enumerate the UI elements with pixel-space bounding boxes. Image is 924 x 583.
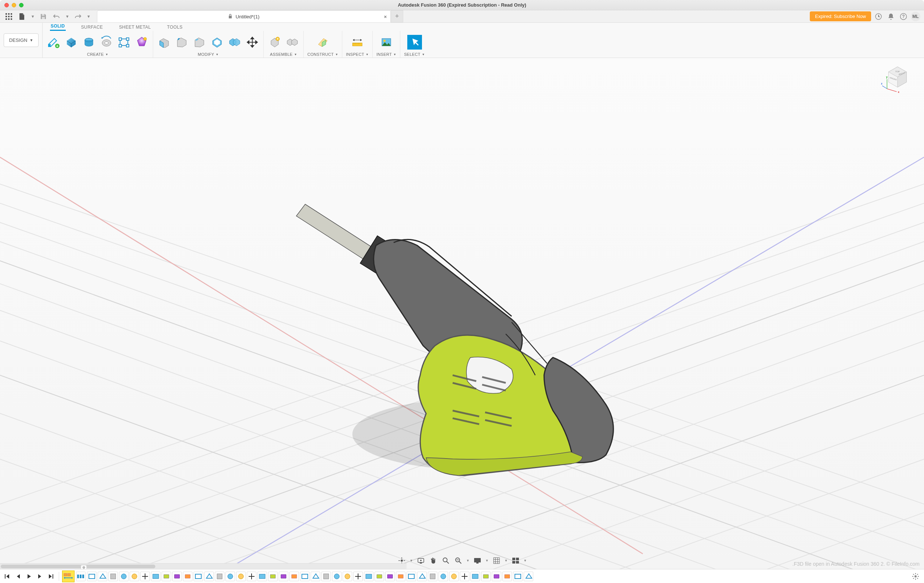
timeline-feature[interactable] [226,571,235,581]
move-button[interactable] [245,35,260,49]
timeline-feature[interactable] [417,571,427,581]
chevron-down-icon[interactable]: ▼ [504,556,508,565]
subscribe-button[interactable]: Expired: Subscribe Now [810,12,871,21]
timeline-feature[interactable] [481,571,491,581]
timeline-feature[interactable] [396,571,406,581]
timeline-next-button[interactable] [35,571,45,582]
timeline-feature[interactable] [513,571,523,581]
timeline-feature[interactable] [108,571,118,581]
file-menu-caret-icon[interactable]: ▾ [30,12,35,21]
minimize-window-button[interactable] [12,3,16,7]
timeline-feature[interactable] [183,571,193,581]
viewport-layout-button[interactable] [511,556,520,565]
timeline-feature[interactable] [98,571,107,581]
construct-plane-button[interactable] [315,35,330,49]
timeline-feature[interactable] [279,571,288,581]
timeline-feature[interactable] [257,571,267,581]
sweep-button[interactable] [117,35,132,49]
timeline-feature[interactable] [247,571,256,581]
timeline-feature[interactable] [364,571,373,581]
timeline-view-toggle[interactable] [62,570,74,582]
timeline-feature[interactable] [332,571,342,581]
display-settings-button[interactable] [473,556,482,565]
timeline-feature[interactable] [406,571,416,581]
joint-button[interactable] [285,35,300,49]
timeline-feature[interactable] [449,571,459,581]
redo-button[interactable] [73,12,83,21]
timeline-play-button[interactable] [24,571,34,582]
timeline-feature[interactable] [343,571,352,581]
model-reciprocating-saw[interactable] [249,181,656,487]
timeline-feature[interactable] [140,571,150,581]
timeline-feature[interactable] [439,571,448,581]
loft-button[interactable] [134,35,149,49]
viewport[interactable]: TOP FRONT RIGHT x z y ▼ ▼ ▼ ▼ ▼ .F3D fil… [0,58,924,569]
timeline-feature[interactable] [492,571,501,581]
timeline-start-button[interactable] [2,571,12,582]
chevron-down-icon[interactable]: ▼ [216,53,218,56]
timeline-feature[interactable] [130,571,139,581]
pan-button[interactable] [429,556,438,565]
insert-decal-button[interactable] [379,35,394,49]
timeline-feature[interactable] [353,571,363,581]
chevron-down-icon[interactable]: ▼ [466,556,470,565]
chevron-down-icon[interactable]: ▼ [294,53,297,56]
undo-button[interactable] [51,12,62,21]
grid-settings-button[interactable] [492,556,501,565]
press-pull-button[interactable] [157,35,172,49]
app-grid-button[interactable] [4,12,14,21]
timeline-feature[interactable] [428,571,437,581]
measure-button[interactable] [350,35,365,49]
chevron-down-icon[interactable]: ▼ [393,53,396,56]
maximize-window-button[interactable] [19,3,23,7]
sub-tab-solid[interactable]: SOLID [50,23,66,31]
timeline-feature[interactable] [268,571,278,581]
chevron-down-icon[interactable]: ▼ [106,53,108,56]
new-component-button[interactable] [267,35,282,49]
zoom-button[interactable] [441,556,450,565]
timeline-feature[interactable] [87,571,97,581]
timeline-feature[interactable] [289,571,299,581]
timeline-settings-button[interactable] [910,571,921,582]
timeline-feature[interactable] [385,571,395,581]
canvas-scrollbar[interactable] [0,563,406,569]
close-window-button[interactable] [4,3,9,7]
sub-tab-surface[interactable]: SURFACE [81,24,104,31]
sub-tab-sheet-metal[interactable]: SHEET METAL [118,24,152,31]
look-at-button[interactable] [416,556,426,565]
chevron-down-icon[interactable]: ▼ [366,53,369,56]
timeline-feature[interactable] [470,571,480,581]
chevron-down-icon[interactable]: ▼ [409,556,413,565]
timeline-feature[interactable] [236,571,246,581]
create-form-button[interactable] [64,35,79,49]
timeline-view-flat[interactable] [76,571,86,581]
timeline-feature[interactable] [321,571,331,581]
chamfer-button[interactable] [192,35,207,49]
sub-tab-tools[interactable]: TOOLS [167,24,183,31]
file-menu-button[interactable] [17,12,27,21]
select-button[interactable] [407,35,422,49]
revolve-button[interactable] [99,35,114,49]
close-tab-button[interactable]: × [384,14,387,20]
timeline-feature[interactable] [172,571,182,581]
timeline-feature[interactable] [311,571,320,581]
timeline-feature[interactable] [502,571,512,581]
save-button[interactable] [38,12,48,21]
chevron-down-icon[interactable]: ▼ [523,556,527,565]
new-sketch-button[interactable]: + [46,35,61,49]
timeline-feature[interactable] [193,571,203,581]
timeline-prev-button[interactable] [13,571,23,582]
timeline-feature[interactable] [215,571,224,581]
document-tab-active[interactable]: Untitled*(1) × [97,10,391,22]
combine-button[interactable] [227,35,242,49]
timeline-feature[interactable] [375,571,384,581]
timeline-expand-button[interactable]: ⊕ [81,565,87,570]
viewcube[interactable]: TOP FRONT RIGHT x z y [881,62,917,95]
timeline-feature[interactable] [162,571,171,581]
extrude-button[interactable] [81,35,96,49]
fillet-button[interactable] [175,35,189,49]
help-icon[interactable]: ? [898,12,909,21]
chevron-down-icon[interactable]: ▼ [485,556,489,565]
timeline-feature[interactable] [151,571,160,581]
job-status-icon[interactable] [873,12,884,21]
